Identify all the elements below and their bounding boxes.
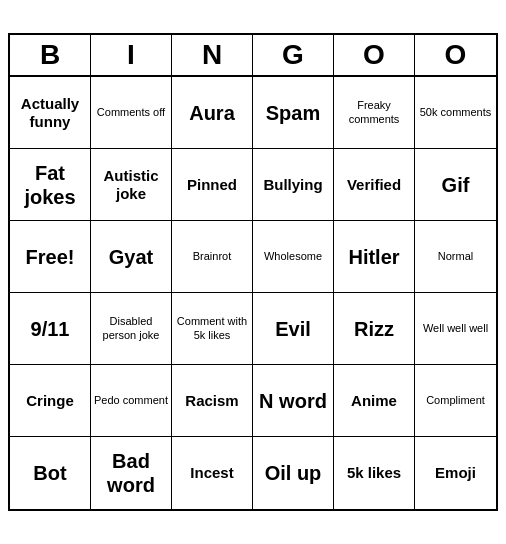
bingo-cell-10[interactable]: Verified [334, 149, 415, 221]
bingo-cell-11[interactable]: Gif [415, 149, 496, 221]
bingo-cell-30[interactable]: Bot [10, 437, 91, 509]
cell-text-11: Gif [442, 173, 470, 197]
cell-text-25: Pedo comment [94, 394, 168, 407]
bingo-cell-23[interactable]: Well well well [415, 293, 496, 365]
bingo-grid: Actually funnyComments offAuraSpamFreaky… [10, 77, 496, 509]
bingo-cell-28[interactable]: Anime [334, 365, 415, 437]
bingo-cell-25[interactable]: Pedo comment [91, 365, 172, 437]
bingo-cell-4[interactable]: Freaky comments [334, 77, 415, 149]
cell-text-18: 9/11 [31, 317, 70, 341]
cell-text-24: Cringe [26, 392, 74, 410]
header-cell-g3: G [253, 35, 334, 75]
bingo-cell-5[interactable]: 50k comments [415, 77, 496, 149]
header-cell-o4: O [334, 35, 415, 75]
bingo-cell-19[interactable]: Disabled person joke [91, 293, 172, 365]
cell-text-23: Well well well [423, 322, 488, 335]
bingo-cell-17[interactable]: Normal [415, 221, 496, 293]
cell-text-1: Comments off [97, 106, 165, 119]
bingo-cell-14[interactable]: Brainrot [172, 221, 253, 293]
cell-text-33: Oil up [265, 461, 322, 485]
bingo-cell-27[interactable]: N word [253, 365, 334, 437]
cell-text-8: Pinned [187, 176, 237, 194]
bingo-cell-1[interactable]: Comments off [91, 77, 172, 149]
bingo-cell-2[interactable]: Aura [172, 77, 253, 149]
header-cell-o5: O [415, 35, 496, 75]
bingo-cell-16[interactable]: Hitler [334, 221, 415, 293]
bingo-cell-18[interactable]: 9/11 [10, 293, 91, 365]
cell-text-10: Verified [347, 176, 401, 194]
bingo-cell-29[interactable]: Compliment [415, 365, 496, 437]
bingo-cell-26[interactable]: Racism [172, 365, 253, 437]
cell-text-5: 50k comments [420, 106, 492, 119]
cell-text-29: Compliment [426, 394, 485, 407]
cell-text-27: N word [259, 389, 327, 413]
bingo-cell-13[interactable]: Gyat [91, 221, 172, 293]
header-cell-b0: B [10, 35, 91, 75]
bingo-cell-32[interactable]: Incest [172, 437, 253, 509]
bingo-cell-20[interactable]: Comment with 5k likes [172, 293, 253, 365]
cell-text-2: Aura [189, 101, 235, 125]
cell-text-17: Normal [438, 250, 473, 263]
cell-text-13: Gyat [109, 245, 153, 269]
cell-text-21: Evil [275, 317, 311, 341]
bingo-cell-6[interactable]: Fat jokes [10, 149, 91, 221]
bingo-header: BINGOO [10, 35, 496, 77]
header-cell-n2: N [172, 35, 253, 75]
cell-text-34: 5k likes [347, 464, 401, 482]
cell-text-14: Brainrot [193, 250, 232, 263]
bingo-cell-31[interactable]: Bad word [91, 437, 172, 509]
bingo-cell-3[interactable]: Spam [253, 77, 334, 149]
bingo-cell-7[interactable]: Autistic joke [91, 149, 172, 221]
cell-text-12: Free! [26, 245, 75, 269]
cell-text-6: Fat jokes [13, 161, 87, 209]
bingo-cell-8[interactable]: Pinned [172, 149, 253, 221]
cell-text-3: Spam [266, 101, 320, 125]
cell-text-20: Comment with 5k likes [175, 315, 249, 341]
header-cell-i1: I [91, 35, 172, 75]
cell-text-26: Racism [185, 392, 238, 410]
cell-text-16: Hitler [348, 245, 399, 269]
bingo-cell-33[interactable]: Oil up [253, 437, 334, 509]
cell-text-31: Bad word [94, 449, 168, 497]
bingo-board: BINGOO Actually funnyComments offAuraSpa… [8, 33, 498, 511]
cell-text-30: Bot [33, 461, 66, 485]
bingo-cell-21[interactable]: Evil [253, 293, 334, 365]
cell-text-9: Bullying [263, 176, 322, 194]
cell-text-4: Freaky comments [337, 99, 411, 125]
bingo-cell-9[interactable]: Bullying [253, 149, 334, 221]
bingo-cell-34[interactable]: 5k likes [334, 437, 415, 509]
cell-text-28: Anime [351, 392, 397, 410]
cell-text-22: Rizz [354, 317, 394, 341]
cell-text-15: Wholesome [264, 250, 322, 263]
cell-text-32: Incest [190, 464, 233, 482]
cell-text-0: Actually funny [13, 95, 87, 131]
bingo-cell-15[interactable]: Wholesome [253, 221, 334, 293]
cell-text-35: Emoji [435, 464, 476, 482]
cell-text-7: Autistic joke [94, 167, 168, 203]
bingo-cell-22[interactable]: Rizz [334, 293, 415, 365]
cell-text-19: Disabled person joke [94, 315, 168, 341]
bingo-cell-35[interactable]: Emoji [415, 437, 496, 509]
bingo-cell-12[interactable]: Free! [10, 221, 91, 293]
bingo-cell-24[interactable]: Cringe [10, 365, 91, 437]
bingo-cell-0[interactable]: Actually funny [10, 77, 91, 149]
